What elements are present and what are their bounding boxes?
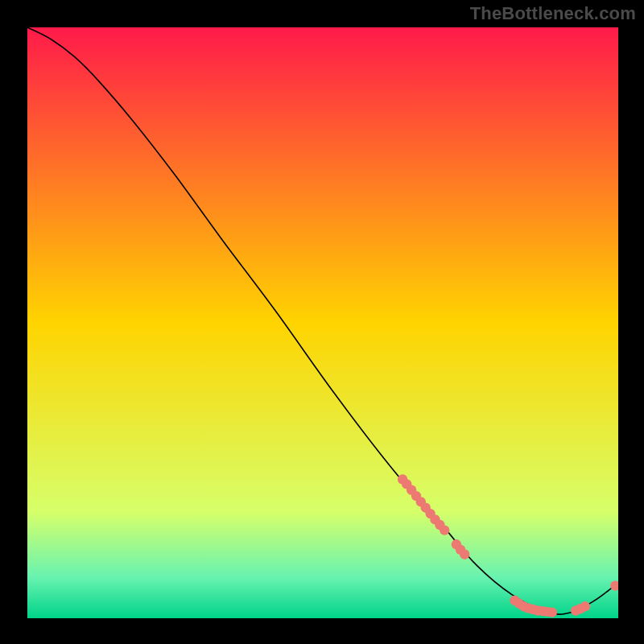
gradient-background (27, 27, 618, 618)
chart-svg (27, 27, 618, 618)
curve-marker (460, 550, 469, 559)
curve-marker (440, 525, 449, 535)
curve-marker (580, 601, 590, 611)
plot-area (27, 27, 618, 618)
curve-marker (547, 608, 557, 617)
watermark-text: TheBottleneck.com (470, 3, 636, 24)
chart-stage: TheBottleneck.com (0, 0, 644, 644)
